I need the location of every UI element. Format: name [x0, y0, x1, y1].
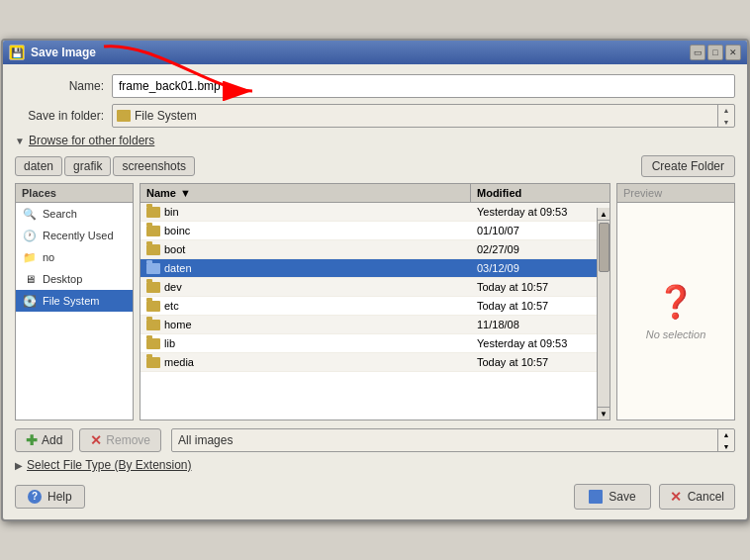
- name-label: Name:: [15, 79, 104, 93]
- filter-spinners: ▲ ▼: [717, 428, 734, 452]
- add-button[interactable]: ✚ Add: [15, 428, 73, 452]
- places-item-label: no: [43, 251, 54, 263]
- filter-select[interactable]: All images ▲ ▼: [171, 428, 735, 452]
- places-item-desktop[interactable]: 🖥 Desktop: [16, 268, 133, 290]
- folder-spinners: ▲ ▼: [717, 104, 734, 128]
- file-modified: Yesterday at 09:53: [471, 205, 609, 219]
- action-right-buttons: Save ✕ Cancel: [574, 484, 735, 510]
- cancel-label: Cancel: [688, 490, 724, 504]
- save-folder-row: Save in folder: File System ▲ ▼: [15, 104, 735, 128]
- table-row[interactable]: boot 02/27/09: [141, 240, 609, 259]
- table-row[interactable]: lib Yesterday at 09:53: [141, 334, 609, 353]
- folder-icon: [146, 244, 160, 255]
- close-button[interactable]: ✕: [725, 45, 741, 60]
- file-modified: 11/18/08: [471, 318, 609, 331]
- scroll-thumb[interactable]: [599, 223, 609, 272]
- file-modified: Today at 10:57: [471, 299, 609, 313]
- file-name: etc: [141, 299, 471, 313]
- table-row[interactable]: media Today at 10:57: [141, 353, 609, 372]
- table-row[interactable]: etc Today at 10:57: [141, 297, 609, 316]
- table-row[interactable]: dev Today at 10:57: [141, 278, 609, 297]
- name-input[interactable]: [112, 74, 735, 98]
- minimize-button[interactable]: ▭: [690, 45, 705, 60]
- file-name: home: [141, 318, 471, 331]
- dialog-icon: 💾: [9, 45, 25, 60]
- files-panel: Name ▼ Modified bin Yesterday at 09:53: [140, 183, 610, 420]
- folder-icon: [146, 357, 160, 368]
- add-remove-row: ✚ Add ✕ Remove All images ▲ ▼: [15, 428, 735, 452]
- sort-arrow: ▼: [180, 187, 191, 199]
- spin-up[interactable]: ▲: [718, 104, 734, 116]
- file-modified: Yesterday at 09:53: [471, 336, 609, 350]
- dialog-title: Save Image: [31, 46, 96, 59]
- plus-icon: ✚: [26, 432, 38, 448]
- maximize-button[interactable]: □: [707, 45, 723, 60]
- places-item-search[interactable]: 🔍 Search: [16, 203, 133, 225]
- places-item-no[interactable]: 📁 no: [16, 246, 133, 268]
- help-button[interactable]: ? Help: [15, 485, 85, 509]
- folder-icon: [146, 207, 160, 218]
- bookmarks-row: daten grafik screenshots Create Folder: [15, 155, 735, 177]
- clock-icon: 🕐: [22, 228, 38, 243]
- folder-select-text: File System: [135, 109, 713, 123]
- file-type-row: ▶ Select File Type (By Extension): [15, 458, 735, 472]
- help-label: Help: [47, 490, 72, 504]
- file-name: media: [141, 355, 471, 369]
- bookmark-daten[interactable]: daten: [15, 156, 62, 176]
- filter-spin-up[interactable]: ▲: [718, 428, 734, 440]
- preview-panel: Preview ❓ No selection: [616, 183, 735, 420]
- places-header: Places: [16, 184, 133, 203]
- folder-icon: [146, 282, 160, 293]
- places-item-filesystem[interactable]: 💽 File System: [16, 290, 133, 312]
- folder-icon: 📁: [22, 249, 38, 265]
- scroll-down-btn[interactable]: ▼: [598, 407, 609, 420]
- drive-icon: 💽: [22, 293, 38, 309]
- create-folder-button[interactable]: Create Folder: [641, 155, 735, 177]
- folder-icon: [146, 301, 160, 312]
- browse-triangle: ▼: [15, 136, 25, 146]
- remove-button[interactable]: ✕ Remove: [79, 428, 161, 452]
- folder-icon: [146, 338, 160, 349]
- col-name-header[interactable]: Name ▼: [141, 184, 471, 202]
- file-name: lib: [141, 336, 471, 350]
- folder-icon: [117, 110, 131, 122]
- bookmarks-list: daten grafik screenshots: [15, 156, 195, 176]
- action-row: ? Help Save ✕ Cancel: [15, 480, 735, 510]
- cancel-button[interactable]: ✕ Cancel: [659, 484, 735, 510]
- file-type-triangle: ▶: [15, 460, 23, 471]
- scroll-up-btn[interactable]: ▲: [598, 208, 609, 221]
- col-modified-header[interactable]: Modified: [471, 184, 609, 202]
- file-modified: 01/10/07: [471, 224, 609, 237]
- table-row[interactable]: bin Yesterday at 09:53: [141, 203, 609, 222]
- scrollbar[interactable]: ▲ ▼: [597, 208, 609, 420]
- name-row: Name:: [15, 74, 735, 98]
- places-item-recently-used[interactable]: 🕐 Recently Used: [16, 225, 133, 246]
- browse-row: ▼ Browse for other folders: [15, 134, 735, 147]
- bookmark-screenshots[interactable]: screenshots: [113, 156, 195, 176]
- table-row-selected[interactable]: daten 03/12/09: [141, 259, 609, 278]
- places-items: 🔍 Search 🕐 Recently Used 📁 no 🖥 Desktop: [16, 203, 133, 420]
- file-modified: Today at 10:57: [471, 280, 609, 294]
- bookmark-grafik[interactable]: grafik: [64, 156, 111, 176]
- file-name: boinc: [141, 224, 471, 237]
- remove-label: Remove: [106, 433, 150, 447]
- file-type-link[interactable]: Select File Type (By Extension): [27, 458, 192, 472]
- files-header: Name ▼ Modified: [141, 184, 609, 203]
- table-row[interactable]: boinc 01/10/07: [141, 222, 609, 240]
- places-item-label: Search: [43, 208, 77, 220]
- folder-icon: [146, 226, 160, 236]
- filter-spin-down[interactable]: ▼: [718, 440, 734, 452]
- preview-body: ❓ No selection: [617, 203, 734, 420]
- browser-area: Places 🔍 Search 🕐 Recently Used 📁 no: [15, 183, 735, 420]
- save-button[interactable]: Save: [574, 484, 650, 510]
- file-modified: 02/27/09: [471, 242, 609, 256]
- table-row[interactable]: home 11/18/08: [141, 316, 609, 334]
- file-name: dev: [141, 280, 471, 294]
- cancel-icon: ✕: [670, 489, 682, 505]
- spin-down[interactable]: ▼: [718, 116, 734, 128]
- desktop-icon: 🖥: [22, 271, 38, 287]
- folder-select[interactable]: File System ▲ ▼: [112, 104, 735, 128]
- folder-icon: [146, 320, 160, 330]
- help-icon: ?: [28, 490, 42, 504]
- browse-link[interactable]: Browse for other folders: [29, 134, 154, 147]
